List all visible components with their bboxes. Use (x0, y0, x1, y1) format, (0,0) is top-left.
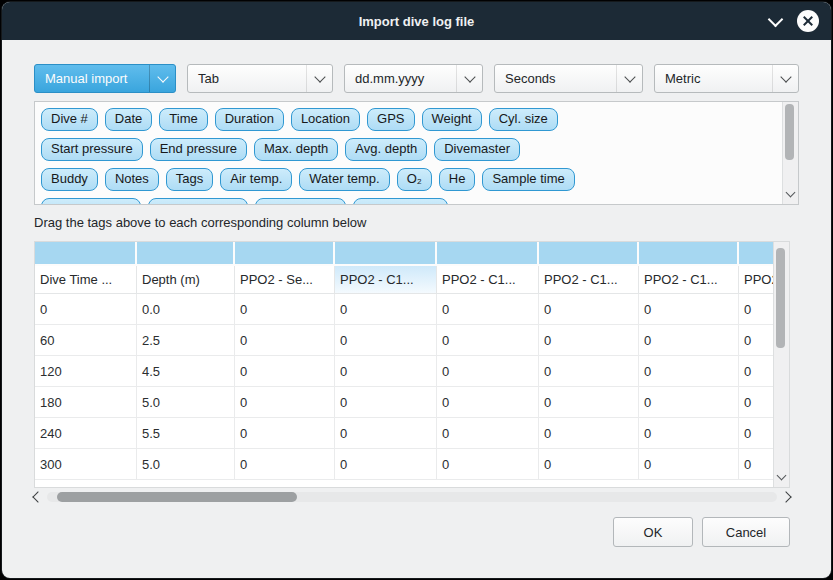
titlebar[interactable]: Import dive log file (2, 2, 831, 40)
tag-cyl-size[interactable]: Cyl. size (489, 108, 558, 131)
ok-button[interactable]: OK (613, 517, 693, 547)
import-mode-dropdown[interactable]: Manual import (34, 64, 176, 93)
tag-sample-time[interactable]: Sample time (482, 168, 574, 191)
dialog-buttons: OK Cancel (34, 517, 790, 547)
titlebar-chevron-down-icon[interactable] (770, 11, 781, 29)
column-drop-target[interactable] (739, 242, 777, 266)
table-row: 3005.0000000 (35, 449, 777, 480)
table-cell: 0 (739, 387, 777, 418)
column-header-depth-m[interactable]: Depth (m) (137, 266, 235, 294)
column-header-ppo2-c1[interactable]: PPO2 - C1... (639, 266, 739, 294)
table-cell: 0 (437, 294, 539, 325)
table-cell: 0 (235, 325, 335, 356)
tag-weight[interactable]: Weight (422, 108, 482, 131)
tag-rows: Dive #DateTimeDurationLocationGPSWeightC… (41, 108, 774, 205)
table-cell: 0 (335, 325, 437, 356)
preview-table: Dive Time ...Depth (m)PPO2 - Se...PPO2 -… (35, 242, 777, 480)
table-cell: 0 (235, 387, 335, 418)
date-format-dropdown[interactable]: dd.mm.yyyy (344, 64, 483, 93)
tag-notes[interactable]: Notes (105, 168, 159, 191)
dropdown-value: Seconds (495, 71, 616, 86)
table-cell: 0 (639, 387, 739, 418)
scroll-right-icon[interactable] (782, 493, 790, 501)
table-cell: 2.5 (137, 325, 235, 356)
table-cell: 0 (539, 387, 639, 418)
tag-sample-depth[interactable]: Sample depth (41, 198, 141, 205)
tag-end-pressure[interactable]: End pressure (150, 138, 247, 161)
column-drop-target[interactable] (335, 242, 437, 266)
tag-scrollbar-thumb[interactable] (785, 104, 794, 160)
dropdown-value: Manual import (35, 71, 149, 86)
table-vscrollbar[interactable] (773, 242, 789, 487)
tag-buddy[interactable]: Buddy (41, 168, 98, 191)
column-header-ppo2-se[interactable]: PPO2 - Se... (235, 266, 335, 294)
table-cell: 0 (235, 418, 335, 449)
table-cell: 0 (437, 449, 539, 480)
tag-duration[interactable]: Duration (215, 108, 284, 131)
column-drop-target[interactable] (639, 242, 739, 266)
table-cell: 0 (335, 449, 437, 480)
duration-format-dropdown[interactable]: Seconds (494, 64, 643, 93)
units-dropdown[interactable]: Metric (654, 64, 799, 93)
table-cell: 0 (739, 418, 777, 449)
tag-he[interactable]: He (439, 168, 476, 191)
tag-sample-temp[interactable]: Sample temp. (148, 198, 248, 205)
tag-time[interactable]: Time (159, 108, 207, 131)
column-drop-target[interactable] (437, 242, 539, 266)
tag-sample-cns[interactable]: Sample CNS (353, 198, 448, 205)
tag-o[interactable]: O₂ (397, 168, 432, 191)
table-cell: 0 (739, 325, 777, 356)
column-header-row: Dive Time ...Depth (m)PPO2 - Se...PPO2 -… (35, 266, 777, 294)
column-drop-target[interactable] (35, 242, 137, 266)
table-row: 1805.0000000 (35, 387, 777, 418)
table-cell: 0 (437, 418, 539, 449)
table-cell: 0 (739, 356, 777, 387)
column-header-ppo2-c1[interactable]: PPO2 - C1... (437, 266, 539, 294)
tag-row: Start pressureEnd pressureMax. depthAvg.… (41, 138, 774, 161)
table-scrollbar-thumb[interactable] (776, 248, 785, 348)
table-row: 00.0000000 (35, 294, 777, 325)
tag-panel-scrollbar[interactable] (782, 102, 798, 204)
tag-row: Dive #DateTimeDurationLocationGPSWeightC… (41, 108, 774, 131)
tag-start-pressure[interactable]: Start pressure (41, 138, 143, 161)
titlebar-icons (770, 2, 819, 40)
tag-max-depth[interactable]: Max. depth (254, 138, 338, 161)
column-drop-target[interactable] (137, 242, 235, 266)
scroll-left-icon[interactable] (34, 493, 42, 501)
tag-gps[interactable]: GPS (367, 108, 414, 131)
tag-dive[interactable]: Dive # (41, 108, 98, 131)
hscroll-track[interactable] (47, 492, 777, 502)
scroll-down-icon[interactable] (774, 465, 789, 483)
column-header-ppo2[interactable]: PPO2 (739, 266, 777, 294)
hscroll-thumb[interactable] (57, 492, 297, 502)
scroll-down-icon[interactable] (783, 182, 798, 200)
table-cell: 300 (35, 449, 137, 480)
dropdown-value: Tab (188, 71, 306, 86)
table-cell: 240 (35, 418, 137, 449)
table-cell: 0 (335, 356, 437, 387)
tag-avg-depth[interactable]: Avg. depth (345, 138, 427, 161)
tag-divemaster[interactable]: Divemaster (434, 138, 520, 161)
tag-water-temp[interactable]: Water temp. (299, 168, 389, 191)
column-drop-target[interactable] (539, 242, 639, 266)
table-cell: 0 (639, 418, 739, 449)
tag-air-temp[interactable]: Air temp. (220, 168, 292, 191)
table-cell: 0 (235, 294, 335, 325)
close-button[interactable] (797, 10, 819, 32)
column-header-dive-time[interactable]: Dive Time ... (35, 266, 137, 294)
tag-tags[interactable]: Tags (166, 168, 213, 191)
column-drop-target[interactable] (235, 242, 335, 266)
column-header-ppo2-c1[interactable]: PPO2 - C1... (539, 266, 639, 294)
tag-date[interactable]: Date (105, 108, 152, 131)
separator-dropdown[interactable]: Tab (187, 64, 333, 93)
table-row: 2405.5000000 (35, 418, 777, 449)
column-header-ppo2-c1[interactable]: PPO2 - C1... (335, 266, 437, 294)
table-cell: 180 (35, 387, 137, 418)
cancel-button[interactable]: Cancel (702, 517, 790, 547)
tag-location[interactable]: Location (291, 108, 360, 131)
table-hscrollbar[interactable] (34, 490, 790, 504)
table-row: 602.5000000 (35, 325, 777, 356)
tag-sample-po[interactable]: Sample pO₂ (255, 198, 345, 205)
table-cell: 0 (335, 418, 437, 449)
chevron-down-icon (456, 65, 482, 92)
